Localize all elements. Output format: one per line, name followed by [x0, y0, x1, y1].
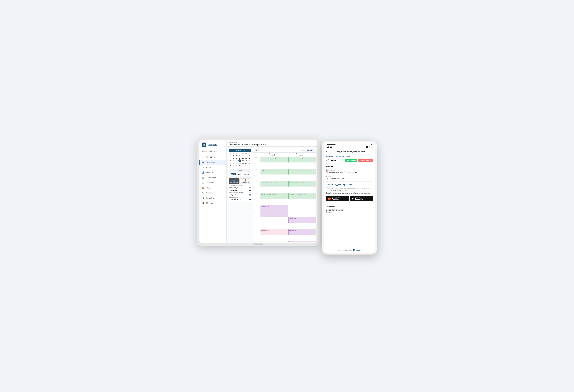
- cal-day[interactable]: 4: [241, 155, 245, 157]
- staff-item-sidorova[interactable]: Сидорова И. Г. ✓: [230, 189, 251, 191]
- cal-day[interactable]: 6: [248, 155, 251, 157]
- cal-day[interactable]: 16: [235, 159, 238, 162]
- appointment[interactable]: Андреев О. В.: [288, 217, 316, 223]
- cal-day[interactable]: 5: [245, 155, 247, 157]
- appointment[interactable]: Лебедкова А. О.: [260, 205, 287, 217]
- cal-day[interactable]: 1: [232, 155, 235, 157]
- appointment[interactable]: Штрихова О. В.: [288, 241, 316, 241]
- time-1000: 10:00: [253, 169, 260, 175]
- sidebar-item-schedule[interactable]: ▦ Расписание: [200, 160, 226, 165]
- cal-day[interactable]: 24: [238, 162, 241, 164]
- cal-day[interactable]: 30: [229, 155, 232, 157]
- cal-day[interactable]: 25: [241, 162, 245, 164]
- cal-day[interactable]: 9: [235, 157, 238, 159]
- breadcrumb-home[interactable]: Моя карта: [326, 156, 333, 157]
- cal-day[interactable]: 28: [229, 164, 232, 167]
- cal-day-today[interactable]: 17: [238, 159, 241, 162]
- sidebar-item-patients[interactable]: 👤 Пациенты: [200, 170, 226, 175]
- next-month-btn[interactable]: »: [249, 149, 250, 152]
- cal-day[interactable]: 10: [238, 157, 241, 159]
- staff-item-konovalov[interactable]: Коновалов А. В. ✓: [230, 199, 251, 201]
- cal-day[interactable]: 20: [248, 159, 251, 162]
- cal-day[interactable]: 4: [229, 167, 232, 169]
- cal-day[interactable]: 31: [238, 164, 241, 167]
- appointment[interactable]: Штрихова О. В.: [260, 229, 287, 235]
- appointment[interactable]: Древов Э. С. · 1.01 · Консул...: [288, 157, 316, 162]
- appointment[interactable]: ★ Алексеев Ф. П. · 1.03 · Консул...: [260, 181, 287, 187]
- sidebar-item-stats[interactable]: 📊 Статистика: [200, 180, 226, 185]
- cal-day[interactable]: 23: [235, 162, 238, 164]
- cal-day[interactable]: 12: [245, 157, 247, 159]
- week-view-btn[interactable]: НЕДЕЛЯ: [236, 173, 243, 176]
- sidebar-item-dev[interactable]: 🔧 Развитие: [200, 190, 226, 196]
- check-therapist[interactable]: [249, 197, 251, 198]
- appointment[interactable]: Алексеев Ф. П. · 2.02 · Консул...: [288, 193, 316, 198]
- cal-day[interactable]: 13: [248, 157, 251, 159]
- appointment[interactable]: Алексеев Ф. П. · 1.03 · Консул...: [260, 157, 287, 162]
- prepay-button[interactable]: Предоплата: [345, 158, 358, 162]
- back-link[interactable]: ‹ Прием: [326, 158, 336, 162]
- cal-day[interactable]: 8: [232, 157, 235, 159]
- cal-day[interactable]: 22: [232, 162, 235, 164]
- cal-day[interactable]: 14: [229, 159, 232, 162]
- cal-day[interactable]: 2: [245, 164, 247, 167]
- appointment[interactable]: Штрихова О. В. · 1.01 · Консул...: [288, 181, 316, 187]
- cal-day[interactable]: 26: [245, 162, 247, 164]
- check-konovalov[interactable]: ✓: [249, 199, 251, 200]
- tab-staff[interactable]: 👥 СОТРУДНИКИ: [229, 178, 240, 184]
- cal-day[interactable]: 18: [241, 159, 245, 162]
- prev-month-btn[interactable]: «: [230, 149, 231, 152]
- cal-day[interactable]: 27: [248, 162, 251, 164]
- appointment[interactable]: Лебедкова А. О. · 1.03 · Конс...: [260, 169, 287, 175]
- cal-day[interactable]: 19: [245, 159, 247, 162]
- staff-item-sukhov[interactable]: Сухов П. И. ✓: [230, 194, 251, 196]
- cal-day[interactable]: 21: [229, 162, 232, 164]
- sidebar-item-settings[interactable]: ⚙ Настройки: [200, 196, 226, 200]
- cal-day[interactable]: 2: [235, 155, 238, 157]
- cal-day[interactable]: 30: [235, 164, 238, 167]
- cal-day[interactable]: 29: [232, 164, 235, 167]
- check-cardio[interactable]: [249, 187, 251, 189]
- settings-icon: ⚙: [202, 197, 205, 199]
- next-btn[interactable]: ›: [249, 173, 251, 176]
- cal-day[interactable]: 10: [248, 167, 251, 169]
- appointment[interactable]: Андреев О. В. · 1.03 · Консул...: [260, 193, 287, 198]
- cal-day[interactable]: 3: [238, 155, 241, 157]
- day-view-btn[interactable]: ДЕНЬ: [231, 173, 236, 176]
- tablet-home-button[interactable]: [254, 243, 263, 245]
- appointment[interactable]: Древов Э. С.: [288, 229, 316, 235]
- sidebar-item-tasks[interactable]: ⊞ Задачи: [200, 165, 226, 170]
- cal-day[interactable]: 5: [232, 167, 235, 169]
- cal-day[interactable]: 7: [238, 167, 241, 169]
- check-sukhov[interactable]: ✓: [249, 194, 251, 196]
- prev-btn[interactable]: ‹: [229, 173, 230, 176]
- today-button[interactable]: Сегодня: [229, 169, 251, 172]
- googleplay-button[interactable]: ▶ GET IT ON Google Play: [350, 196, 373, 201]
- sidebar-item-warehouse[interactable]: 📦 Склад: [200, 185, 226, 190]
- clock-icon: 🕐: [344, 171, 346, 173]
- cal-day[interactable]: 3: [248, 164, 251, 167]
- time-1230: :30: [253, 199, 260, 205]
- month-view-btn[interactable]: МЕСЯЦ: [243, 173, 249, 176]
- training-icon: 🎓: [202, 202, 205, 204]
- cal-day[interactable]: 11: [241, 157, 245, 159]
- slot-row: Древов Э. С. · 1.01 · Консул...: [288, 157, 316, 163]
- appointment[interactable]: ★ Алексеев Ф. П. · 2.02 · Консул...: [288, 169, 316, 175]
- sidebar-item-training[interactable]: 🎓 Обучение: [200, 200, 226, 206]
- sidebar-item-dashboard[interactable]: ⊙ Рабочий стол: [200, 155, 226, 160]
- cal-day[interactable]: 6: [235, 167, 238, 169]
- cal-day[interactable]: 1: [241, 164, 245, 167]
- cal-day[interactable]: 7: [229, 157, 232, 159]
- cal-day[interactable]: 8: [241, 167, 245, 169]
- sidebar-item-orgs[interactable]: 🏢 Организации: [200, 175, 226, 180]
- cal-day[interactable]: 15: [232, 159, 235, 162]
- check-ophthal[interactable]: [249, 192, 251, 194]
- slot-row: ★ Алексеев Ф. П. · 2.02 · Консул...: [288, 169, 316, 175]
- appstore-button[interactable]: 🍎 Download on the App Store: [326, 196, 349, 201]
- cal-day[interactable]: 9: [245, 167, 247, 169]
- cancel-button[interactable]: Отмена приема: [358, 158, 373, 162]
- hamburger-menu-icon[interactable]: ≡: [326, 150, 327, 153]
- check-sidorova[interactable]: ✓: [249, 189, 251, 191]
- tab-rooms[interactable]: 🏠 КАБИНЕТЫ: [240, 178, 251, 184]
- prev-day-btn[interactable]: ‹: [301, 149, 302, 151]
